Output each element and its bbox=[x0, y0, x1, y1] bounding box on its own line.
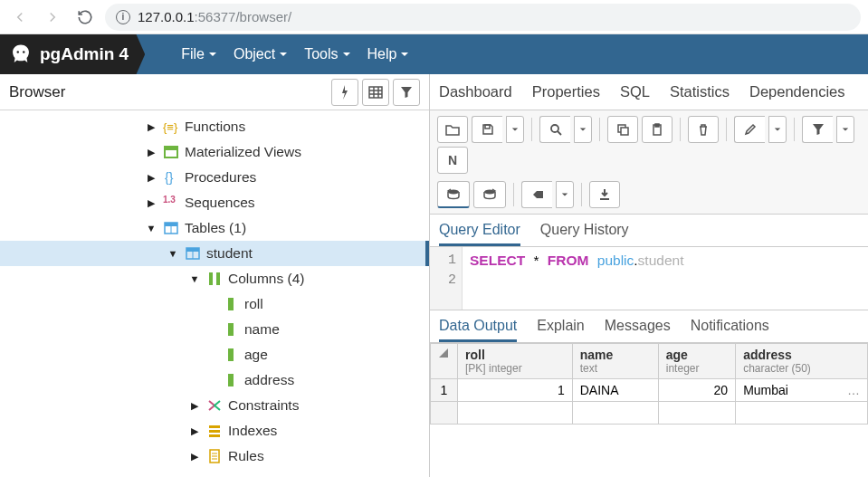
main-tabs: Dashboard Properties SQL Statistics Depe… bbox=[430, 74, 868, 110]
page-info-icon[interactable]: i bbox=[116, 10, 130, 24]
url-field[interactable]: i 127.0.0.1:56377/browser/ bbox=[105, 4, 861, 31]
menu-bar: File Object Tools Help bbox=[145, 46, 409, 62]
functions-icon: {≡} bbox=[163, 119, 179, 135]
column-icon bbox=[223, 347, 239, 363]
tree-tables[interactable]: ▼Tables (1) bbox=[0, 215, 429, 241]
save-button[interactable] bbox=[472, 116, 502, 143]
browser-header: Browser bbox=[0, 74, 429, 110]
tree-col-name[interactable]: name bbox=[0, 317, 429, 342]
nav-back-button[interactable] bbox=[7, 5, 33, 30]
svg-rect-19 bbox=[228, 298, 234, 310]
tree-indexes[interactable]: ▶Indexes bbox=[0, 418, 429, 444]
table-row-empty bbox=[431, 402, 868, 425]
menu-help[interactable]: Help bbox=[367, 46, 410, 62]
tab-notifications[interactable]: Notifications bbox=[691, 318, 769, 342]
delete-button[interactable] bbox=[688, 116, 719, 143]
browser-url-bar: i 127.0.0.1:56377/browser/ bbox=[0, 0, 868, 34]
table-row[interactable]: 1 1 DAINA 20 Mumbai… bbox=[431, 379, 868, 402]
browser-label: Browser bbox=[9, 83, 65, 101]
browser-panel: Browser ▶{≡}Functions ▶Materialized View… bbox=[0, 74, 430, 477]
nav-reload-button[interactable] bbox=[72, 5, 98, 30]
editor-code[interactable]: SELECT * FROM public.student bbox=[463, 247, 868, 310]
svg-text:{≡}: {≡} bbox=[163, 120, 178, 134]
tab-statistics[interactable]: Statistics bbox=[670, 83, 730, 100]
indexes-icon bbox=[206, 423, 223, 439]
col-header-roll[interactable]: roll[PK] integer bbox=[458, 344, 573, 379]
find-button[interactable] bbox=[539, 116, 570, 143]
cell-address[interactable]: Mumbai… bbox=[736, 379, 868, 402]
tab-query-history[interactable]: Query History bbox=[540, 222, 629, 246]
cell-age[interactable]: 20 bbox=[658, 379, 735, 402]
menu-object[interactable]: Object bbox=[234, 46, 288, 62]
tab-dashboard[interactable]: Dashboard bbox=[439, 83, 512, 100]
nav-forward-button[interactable] bbox=[40, 5, 65, 30]
svg-point-0 bbox=[17, 51, 19, 52]
svg-rect-20 bbox=[228, 323, 234, 336]
commit-button[interactable] bbox=[473, 181, 506, 208]
result-grid[interactable]: roll[PK] integer nametext ageinteger add… bbox=[430, 343, 868, 477]
svg-rect-39 bbox=[600, 198, 609, 200]
svg-point-31 bbox=[551, 125, 558, 132]
menu-file[interactable]: File bbox=[181, 46, 217, 62]
svg-point-1 bbox=[23, 51, 24, 52]
svg-rect-34 bbox=[621, 128, 628, 135]
filter-rows-caret[interactable] bbox=[836, 116, 854, 143]
sql-editor[interactable]: 12 SELECT * FROM public.student bbox=[430, 247, 868, 310]
tree-sequences[interactable]: ▶1.3Sequences bbox=[0, 190, 429, 215]
view-data-button[interactable] bbox=[362, 79, 389, 106]
tree-matviews[interactable]: ▶Materialized Views bbox=[0, 139, 429, 165]
col-header-name[interactable]: nametext bbox=[572, 344, 658, 379]
tab-data-output[interactable]: Data Output bbox=[439, 318, 517, 342]
cell-roll[interactable]: 1 bbox=[458, 379, 573, 402]
tree-columns[interactable]: ▼Columns (4) bbox=[0, 266, 429, 291]
open-file-button[interactable] bbox=[437, 116, 468, 143]
save-caret[interactable] bbox=[506, 116, 524, 143]
tab-sql[interactable]: SQL bbox=[620, 83, 650, 100]
tree-table-student[interactable]: ▼student bbox=[0, 241, 429, 266]
row-number[interactable]: 1 bbox=[431, 379, 458, 402]
table-icon bbox=[185, 245, 201, 262]
tree-col-roll[interactable]: roll bbox=[0, 291, 429, 317]
svg-rect-36 bbox=[655, 124, 659, 127]
svg-rect-18 bbox=[216, 272, 220, 285]
col-header-age[interactable]: ageinteger bbox=[658, 344, 735, 379]
column-icon bbox=[223, 296, 239, 312]
edit-caret[interactable] bbox=[768, 116, 787, 143]
filter-rows-button[interactable] bbox=[802, 116, 833, 143]
tab-messages[interactable]: Messages bbox=[605, 318, 671, 342]
tree-procedures[interactable]: ▶{}Procedures bbox=[0, 165, 429, 190]
limit-button[interactable]: N bbox=[437, 147, 468, 174]
app-brand: pgAdmin 4 bbox=[0, 34, 145, 74]
menu-tools[interactable]: Tools bbox=[304, 46, 350, 62]
cell-name[interactable]: DAINA bbox=[572, 379, 658, 402]
filter-button[interactable] bbox=[393, 79, 420, 106]
rollback-button[interactable] bbox=[437, 181, 470, 208]
query-tool-button[interactable] bbox=[331, 79, 358, 106]
tree-constraints[interactable]: ▶Constraints bbox=[0, 393, 429, 418]
svg-rect-25 bbox=[209, 434, 220, 437]
find-caret[interactable] bbox=[574, 116, 592, 143]
tab-query-editor[interactable]: Query Editor bbox=[439, 222, 520, 246]
tree-col-address[interactable]: address bbox=[0, 367, 429, 393]
svg-rect-2 bbox=[369, 87, 382, 98]
sequences-icon: 1.3 bbox=[163, 195, 179, 211]
clear-caret[interactable] bbox=[556, 181, 574, 208]
object-tree[interactable]: ▶{≡}Functions ▶Materialized Views ▶{}Pro… bbox=[0, 110, 429, 477]
tab-explain[interactable]: Explain bbox=[537, 318, 584, 342]
svg-rect-23 bbox=[209, 425, 220, 428]
clear-button[interactable] bbox=[521, 181, 552, 208]
copy-button[interactable] bbox=[607, 116, 638, 143]
tree-col-age[interactable]: age bbox=[0, 342, 429, 367]
columns-icon bbox=[206, 271, 223, 287]
tab-dependencies[interactable]: Dependencies bbox=[749, 83, 845, 100]
tab-properties[interactable]: Properties bbox=[532, 83, 600, 100]
column-icon bbox=[223, 321, 239, 338]
tree-functions[interactable]: ▶{≡}Functions bbox=[0, 114, 429, 139]
tree-rules[interactable]: ▶Rules bbox=[0, 444, 429, 469]
column-icon bbox=[223, 372, 239, 388]
col-header-address[interactable]: addresscharacter (50) bbox=[736, 344, 868, 379]
download-button[interactable] bbox=[589, 181, 620, 208]
edit-button[interactable] bbox=[734, 116, 765, 143]
row-header-corner[interactable] bbox=[431, 344, 458, 379]
paste-button[interactable] bbox=[642, 116, 672, 143]
